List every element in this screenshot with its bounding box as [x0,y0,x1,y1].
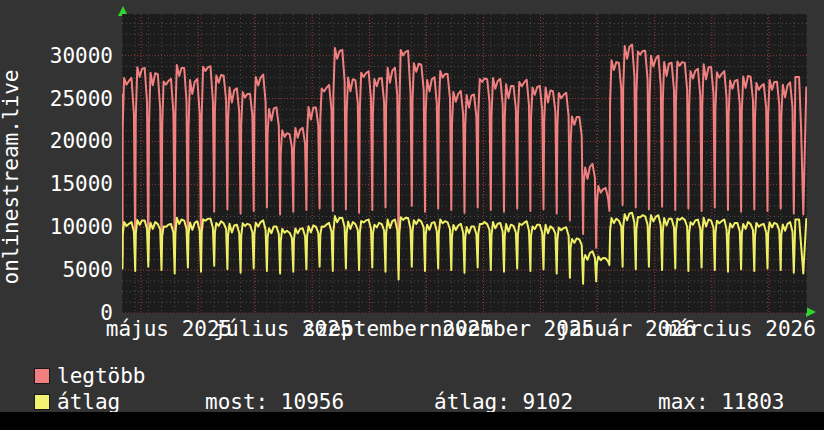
rrdtool-graph-page: { "title": {"text": "onlinestream.live"}… [0,0,824,430]
y-tick-label: 30000 [33,46,113,67]
legend-label-legtobb: legtöbb [57,365,146,387]
stat-atlag: átlag: 9102 [434,391,573,413]
legend-label-atlag: átlag [57,391,120,413]
y-tick-label: 15000 [33,174,113,195]
plot-area [122,14,807,313]
x-tick-label: március 2026 [540,319,824,340]
legend-swatch-atlag [34,394,50,410]
chart-canvas [122,14,807,313]
x-axis-arrow-icon [806,307,816,317]
y-tick-label: 10000 [33,217,113,238]
stat-max: max: 11803 [658,391,784,413]
graph-background: onlinestream.live 3000025000200001500010… [0,0,824,412]
stat-most: most: 10956 [205,391,344,413]
legend-swatch-legtobb [34,368,50,384]
y-tick-label: 25000 [33,89,113,110]
y-tick-label: 20000 [33,131,113,152]
y-tick-label: 5000 [33,260,113,281]
series-line-atlag [122,213,807,284]
vertical-axis-title: onlinestream.live [0,70,23,285]
bottom-black-strip [0,412,824,430]
